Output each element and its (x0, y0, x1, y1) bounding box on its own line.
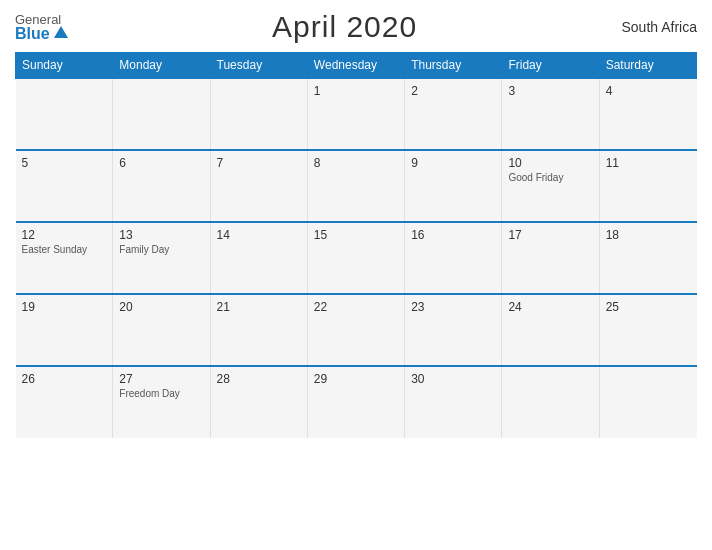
day-cell: 4 (599, 78, 696, 150)
week-row-4: 19202122232425 (16, 294, 697, 366)
col-sunday: Sunday (16, 53, 113, 79)
day-number: 2 (411, 84, 495, 98)
day-cell: 26 (16, 366, 113, 438)
calendar-header: General Blue April 2020 South Africa (15, 10, 697, 44)
day-cell: 30 (405, 366, 502, 438)
day-cell: 24 (502, 294, 599, 366)
day-cell: 21 (210, 294, 307, 366)
weekday-header-row: Sunday Monday Tuesday Wednesday Thursday… (16, 53, 697, 79)
day-cell: 14 (210, 222, 307, 294)
col-tuesday: Tuesday (210, 53, 307, 79)
day-number: 18 (606, 228, 691, 242)
col-wednesday: Wednesday (307, 53, 404, 79)
day-cell: 27Freedom Day (113, 366, 210, 438)
day-number: 10 (508, 156, 592, 170)
day-cell: 12Easter Sunday (16, 222, 113, 294)
day-number: 14 (217, 228, 301, 242)
day-cell: 10Good Friday (502, 150, 599, 222)
day-cell: 28 (210, 366, 307, 438)
day-number: 24 (508, 300, 592, 314)
day-cell: 11 (599, 150, 696, 222)
day-cell: 19 (16, 294, 113, 366)
day-number: 30 (411, 372, 495, 386)
day-cell: 29 (307, 366, 404, 438)
holiday-label: Good Friday (508, 172, 592, 183)
day-number: 13 (119, 228, 203, 242)
day-cell (16, 78, 113, 150)
day-cell: 20 (113, 294, 210, 366)
calendar-body: 12345678910Good Friday1112Easter Sunday1… (16, 78, 697, 438)
day-number: 3 (508, 84, 592, 98)
day-cell (210, 78, 307, 150)
col-thursday: Thursday (405, 53, 502, 79)
day-number: 17 (508, 228, 592, 242)
day-number: 28 (217, 372, 301, 386)
day-number: 15 (314, 228, 398, 242)
week-row-3: 12Easter Sunday13Family Day1415161718 (16, 222, 697, 294)
day-number: 12 (22, 228, 107, 242)
day-cell: 22 (307, 294, 404, 366)
col-friday: Friday (502, 53, 599, 79)
country-label: South Africa (621, 19, 697, 35)
day-number: 11 (606, 156, 691, 170)
holiday-label: Easter Sunday (22, 244, 107, 255)
day-cell: 13Family Day (113, 222, 210, 294)
holiday-label: Family Day (119, 244, 203, 255)
day-cell: 5 (16, 150, 113, 222)
day-number: 23 (411, 300, 495, 314)
day-number: 7 (217, 156, 301, 170)
day-cell: 6 (113, 150, 210, 222)
week-row-2: 5678910Good Friday11 (16, 150, 697, 222)
day-number: 26 (22, 372, 107, 386)
day-cell: 16 (405, 222, 502, 294)
day-number: 4 (606, 84, 691, 98)
logo: General Blue (15, 13, 68, 42)
day-cell: 7 (210, 150, 307, 222)
logo-general-text: General (15, 13, 68, 26)
day-number: 8 (314, 156, 398, 170)
col-monday: Monday (113, 53, 210, 79)
day-cell: 3 (502, 78, 599, 150)
day-number: 19 (22, 300, 107, 314)
calendar-thead: Sunday Monday Tuesday Wednesday Thursday… (16, 53, 697, 79)
day-cell: 8 (307, 150, 404, 222)
day-number: 25 (606, 300, 691, 314)
day-number: 5 (22, 156, 107, 170)
calendar-table: Sunday Monday Tuesday Wednesday Thursday… (15, 52, 697, 438)
holiday-label: Freedom Day (119, 388, 203, 399)
day-number: 1 (314, 84, 398, 98)
day-number: 6 (119, 156, 203, 170)
day-cell (502, 366, 599, 438)
day-cell: 1 (307, 78, 404, 150)
day-number: 16 (411, 228, 495, 242)
day-cell: 18 (599, 222, 696, 294)
logo-triangle-icon (54, 26, 68, 38)
day-cell: 9 (405, 150, 502, 222)
day-cell: 17 (502, 222, 599, 294)
day-cell: 2 (405, 78, 502, 150)
day-cell (599, 366, 696, 438)
week-row-5: 2627Freedom Day282930 (16, 366, 697, 438)
week-row-1: 1234 (16, 78, 697, 150)
day-number: 29 (314, 372, 398, 386)
logo-blue-text: Blue (15, 26, 68, 42)
day-cell: 15 (307, 222, 404, 294)
month-title: April 2020 (272, 10, 417, 44)
day-cell: 25 (599, 294, 696, 366)
day-number: 22 (314, 300, 398, 314)
day-number: 20 (119, 300, 203, 314)
day-cell: 23 (405, 294, 502, 366)
day-number: 9 (411, 156, 495, 170)
calendar-wrapper: General Blue April 2020 South Africa Sun… (0, 0, 712, 550)
day-cell (113, 78, 210, 150)
day-number: 27 (119, 372, 203, 386)
day-number: 21 (217, 300, 301, 314)
col-saturday: Saturday (599, 53, 696, 79)
